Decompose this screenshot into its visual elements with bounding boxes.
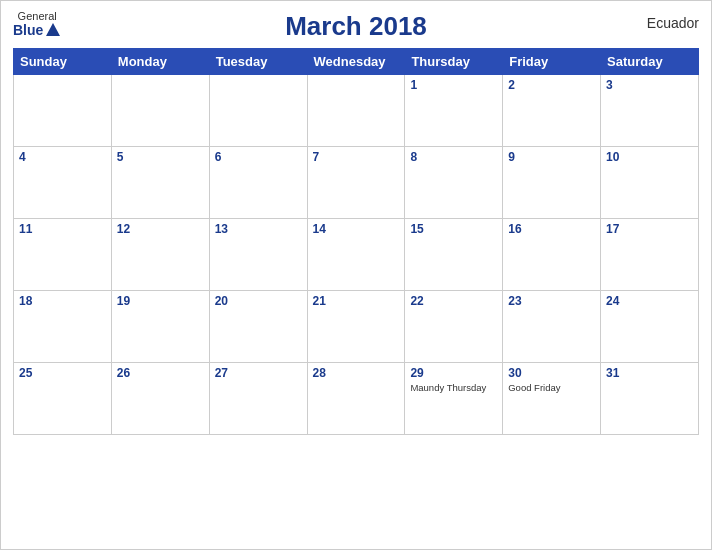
calendar-day-cell bbox=[209, 75, 307, 147]
calendar-day-cell: 19 bbox=[111, 291, 209, 363]
day-number: 18 bbox=[19, 294, 106, 308]
col-monday: Monday bbox=[111, 49, 209, 75]
day-number: 5 bbox=[117, 150, 204, 164]
holiday-label: Good Friday bbox=[508, 382, 595, 393]
day-number: 19 bbox=[117, 294, 204, 308]
logo: General Blue bbox=[13, 11, 61, 38]
day-number: 17 bbox=[606, 222, 693, 236]
month-title: March 2018 bbox=[285, 11, 427, 42]
calendar-day-cell: 16 bbox=[503, 219, 601, 291]
col-thursday: Thursday bbox=[405, 49, 503, 75]
day-number: 8 bbox=[410, 150, 497, 164]
day-number: 16 bbox=[508, 222, 595, 236]
country-label: Ecuador bbox=[647, 15, 699, 31]
svg-marker-0 bbox=[46, 23, 60, 36]
calendar-week-row: 11121314151617 bbox=[14, 219, 699, 291]
calendar-day-cell: 14 bbox=[307, 219, 405, 291]
calendar-day-cell: 4 bbox=[14, 147, 112, 219]
day-number: 28 bbox=[313, 366, 400, 380]
day-number: 15 bbox=[410, 222, 497, 236]
calendar-day-cell: 1 bbox=[405, 75, 503, 147]
col-saturday: Saturday bbox=[601, 49, 699, 75]
calendar-day-cell: 10 bbox=[601, 147, 699, 219]
day-number: 12 bbox=[117, 222, 204, 236]
calendar-day-cell: 7 bbox=[307, 147, 405, 219]
weekday-header-row: Sunday Monday Tuesday Wednesday Thursday… bbox=[14, 49, 699, 75]
calendar-day-cell: 26 bbox=[111, 363, 209, 435]
calendar-day-cell: 15 bbox=[405, 219, 503, 291]
calendar-day-cell: 25 bbox=[14, 363, 112, 435]
calendar-week-row: 123 bbox=[14, 75, 699, 147]
logo-icon bbox=[45, 22, 61, 38]
calendar-day-cell: 8 bbox=[405, 147, 503, 219]
day-number: 1 bbox=[410, 78, 497, 92]
calendar-body: 1234567891011121314151617181920212223242… bbox=[14, 75, 699, 435]
calendar-table: Sunday Monday Tuesday Wednesday Thursday… bbox=[13, 48, 699, 435]
calendar-week-row: 45678910 bbox=[14, 147, 699, 219]
calendar-day-cell: 3 bbox=[601, 75, 699, 147]
day-number: 14 bbox=[313, 222, 400, 236]
calendar-day-cell: 22 bbox=[405, 291, 503, 363]
calendar-header: General Blue March 2018 Ecuador bbox=[13, 11, 699, 42]
day-number: 11 bbox=[19, 222, 106, 236]
day-number: 20 bbox=[215, 294, 302, 308]
holiday-label: Maundy Thursday bbox=[410, 382, 497, 393]
logo-general-text: General bbox=[18, 11, 57, 22]
day-number: 2 bbox=[508, 78, 595, 92]
day-number: 27 bbox=[215, 366, 302, 380]
calendar-day-cell: 17 bbox=[601, 219, 699, 291]
calendar-day-cell: 9 bbox=[503, 147, 601, 219]
calendar-week-row: 18192021222324 bbox=[14, 291, 699, 363]
day-number: 13 bbox=[215, 222, 302, 236]
calendar-day-cell: 30Good Friday bbox=[503, 363, 601, 435]
calendar-day-cell: 31 bbox=[601, 363, 699, 435]
day-number: 3 bbox=[606, 78, 693, 92]
day-number: 6 bbox=[215, 150, 302, 164]
day-number: 9 bbox=[508, 150, 595, 164]
calendar-day-cell: 6 bbox=[209, 147, 307, 219]
day-number: 24 bbox=[606, 294, 693, 308]
calendar-day-cell: 13 bbox=[209, 219, 307, 291]
calendar-day-cell: 23 bbox=[503, 291, 601, 363]
calendar-day-cell: 18 bbox=[14, 291, 112, 363]
day-number: 30 bbox=[508, 366, 595, 380]
day-number: 31 bbox=[606, 366, 693, 380]
col-wednesday: Wednesday bbox=[307, 49, 405, 75]
day-number: 22 bbox=[410, 294, 497, 308]
calendar-container: General Blue March 2018 Ecuador Sunday M… bbox=[0, 0, 712, 550]
day-number: 7 bbox=[313, 150, 400, 164]
calendar-day-cell: 12 bbox=[111, 219, 209, 291]
calendar-day-cell: 2 bbox=[503, 75, 601, 147]
day-number: 21 bbox=[313, 294, 400, 308]
calendar-day-cell: 24 bbox=[601, 291, 699, 363]
calendar-day-cell: 29Maundy Thursday bbox=[405, 363, 503, 435]
day-number: 4 bbox=[19, 150, 106, 164]
day-number: 26 bbox=[117, 366, 204, 380]
logo-blue-text: Blue bbox=[13, 22, 61, 38]
calendar-day-cell: 28 bbox=[307, 363, 405, 435]
calendar-day-cell: 5 bbox=[111, 147, 209, 219]
col-friday: Friday bbox=[503, 49, 601, 75]
calendar-week-row: 2526272829Maundy Thursday30Good Friday31 bbox=[14, 363, 699, 435]
day-number: 23 bbox=[508, 294, 595, 308]
calendar-day-cell: 21 bbox=[307, 291, 405, 363]
calendar-day-cell: 20 bbox=[209, 291, 307, 363]
calendar-day-cell: 27 bbox=[209, 363, 307, 435]
col-tuesday: Tuesday bbox=[209, 49, 307, 75]
calendar-day-cell bbox=[307, 75, 405, 147]
day-number: 29 bbox=[410, 366, 497, 380]
calendar-day-cell bbox=[14, 75, 112, 147]
calendar-day-cell: 11 bbox=[14, 219, 112, 291]
day-number: 10 bbox=[606, 150, 693, 164]
calendar-day-cell bbox=[111, 75, 209, 147]
day-number: 25 bbox=[19, 366, 106, 380]
col-sunday: Sunday bbox=[14, 49, 112, 75]
